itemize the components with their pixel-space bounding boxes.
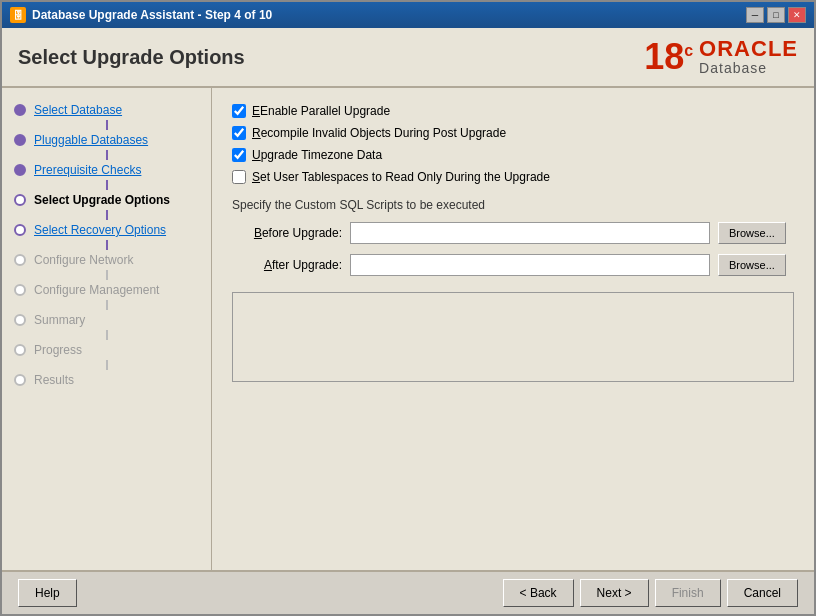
footer-right: < Back Next > Finish Cancel (503, 579, 798, 607)
checkbox-row-tablespaces: Set User Tablespaces to Read Only During… (232, 170, 794, 184)
checkbox-label-recompile: Recompile Invalid Objects During Post Up… (252, 126, 506, 140)
sidebar-icon-recovery (14, 224, 26, 236)
sidebar-label-summary: Summary (34, 313, 85, 327)
sidebar-item-wrap-summary: Summary (2, 310, 211, 340)
sidebar-label-pluggable[interactable]: Pluggable Databases (34, 133, 148, 147)
oracle-version: 18c (644, 39, 693, 75)
sidebar-icon-progress (14, 344, 26, 356)
sidebar-row-results: Results (2, 370, 211, 390)
dot-results (14, 374, 26, 386)
oracle-database-label: Database (699, 60, 767, 76)
sidebar-label-progress: Progress (34, 343, 82, 357)
sidebar-row-select-database[interactable]: Select Database (2, 100, 211, 120)
after-upgrade-row: After Upgrade: Browse... (232, 254, 794, 276)
checkbox-label-parallel: EEnable Parallel Upgrade (252, 104, 390, 118)
oracle-text: ORACLE (699, 38, 798, 60)
sidebar-item-wrap-select-database: Select Database (2, 100, 211, 130)
sidebar-item-wrap-management: Configure Management (2, 280, 211, 310)
dot-management (14, 284, 26, 296)
checkbox-enable-parallel[interactable] (232, 104, 246, 118)
sidebar-label-recovery[interactable]: Select Recovery Options (34, 223, 166, 237)
checkbox-set-tablespaces[interactable] (232, 170, 246, 184)
dot-upgrade-options (14, 194, 26, 206)
help-button[interactable]: Help (18, 579, 77, 607)
sidebar-row-network: Configure Network (2, 250, 211, 270)
sidebar-row-pluggable[interactable]: Pluggable Databases (2, 130, 211, 150)
checkbox-label-tablespaces: Set User Tablespaces to Read Only During… (252, 170, 550, 184)
sidebar: Select Database Pluggable Databases (2, 88, 212, 570)
page-title: Select Upgrade Options (18, 46, 245, 69)
finish-button[interactable]: Finish (655, 579, 721, 607)
sidebar-item-wrap-results: Results (2, 370, 211, 390)
sidebar-row-prereq[interactable]: Prerequisite Checks (2, 160, 211, 180)
sidebar-label-management: Configure Management (34, 283, 159, 297)
after-upgrade-browse-button[interactable]: Browse... (718, 254, 786, 276)
sidebar-item-wrap-prereq: Prerequisite Checks (2, 160, 211, 190)
sidebar-icon-prereq (14, 164, 26, 176)
checkbox-row-parallel: EEnable Parallel Upgrade (232, 104, 794, 118)
cancel-button[interactable]: Cancel (727, 579, 798, 607)
title-bar-controls: ─ □ ✕ (746, 7, 806, 23)
dot-progress (14, 344, 26, 356)
checkbox-row-recompile: Recompile Invalid Objects During Post Up… (232, 126, 794, 140)
title-bar-title: Database Upgrade Assistant - Step 4 of 1… (32, 8, 272, 22)
log-area[interactable] (232, 292, 794, 382)
connector-5 (106, 270, 108, 280)
before-upgrade-row: Before Upgrade: Browse... (232, 222, 794, 244)
sidebar-label-network: Configure Network (34, 253, 133, 267)
minimize-button[interactable]: ─ (746, 7, 764, 23)
connector-6 (106, 300, 108, 310)
footer: Help < Back Next > Finish Cancel (2, 570, 814, 614)
dot-select-database (14, 104, 26, 116)
after-upgrade-label: After Upgrade: (232, 258, 342, 272)
sidebar-row-recovery[interactable]: Select Recovery Options (2, 220, 211, 240)
after-upgrade-input[interactable] (350, 254, 710, 276)
before-upgrade-label: Before Upgrade: (232, 226, 342, 240)
dot-prereq (14, 164, 26, 176)
connector-0 (106, 120, 108, 130)
before-upgrade-input[interactable] (350, 222, 710, 244)
sidebar-row-summary: Summary (2, 310, 211, 330)
title-bar-left: 🗄 Database Upgrade Assistant - Step 4 of… (10, 7, 272, 23)
dot-pluggable (14, 134, 26, 146)
sidebar-item-wrap-recovery: Select Recovery Options (2, 220, 211, 250)
content-area: EEnable Parallel Upgrade Recompile Inval… (212, 88, 814, 570)
sidebar-label-results: Results (34, 373, 74, 387)
dot-summary (14, 314, 26, 326)
header-bar: Select Upgrade Options 18c ORACLE Databa… (2, 28, 814, 88)
custom-sql-section: Specify the Custom SQL Scripts to be exe… (232, 198, 794, 276)
next-button[interactable]: Next > (580, 579, 649, 607)
custom-sql-label: Specify the Custom SQL Scripts to be exe… (232, 198, 794, 212)
sidebar-icon-summary (14, 314, 26, 326)
checkbox-label-timezone: Upgrade Timezone Data (252, 148, 382, 162)
sidebar-label-prereq[interactable]: Prerequisite Checks (34, 163, 141, 177)
maximize-button[interactable]: □ (767, 7, 785, 23)
connector-4 (106, 240, 108, 250)
sidebar-icon-results (14, 374, 26, 386)
sidebar-icon-pluggable (14, 134, 26, 146)
main-window: 🗄 Database Upgrade Assistant - Step 4 of… (0, 0, 816, 616)
sidebar-icon-select-database (14, 104, 26, 116)
dot-recovery (14, 224, 26, 236)
dot-network (14, 254, 26, 266)
sidebar-row-progress: Progress (2, 340, 211, 360)
sidebar-label-upgrade-options: Select Upgrade Options (34, 193, 170, 207)
oracle-logo: 18c ORACLE Database (644, 38, 798, 76)
sidebar-row-management: Configure Management (2, 280, 211, 300)
sidebar-icon-upgrade-options (14, 194, 26, 206)
title-bar: 🗄 Database Upgrade Assistant - Step 4 of… (2, 2, 814, 28)
connector-7 (106, 330, 108, 340)
oracle-brand: ORACLE Database (699, 38, 798, 76)
connector-3 (106, 210, 108, 220)
sidebar-icon-network (14, 254, 26, 266)
back-button[interactable]: < Back (503, 579, 574, 607)
before-upgrade-browse-button[interactable]: Browse... (718, 222, 786, 244)
sidebar-item-wrap-progress: Progress (2, 340, 211, 370)
app-icon: 🗄 (10, 7, 26, 23)
sidebar-label-select-database[interactable]: Select Database (34, 103, 122, 117)
checkbox-upgrade-timezone[interactable] (232, 148, 246, 162)
connector-2 (106, 180, 108, 190)
close-button[interactable]: ✕ (788, 7, 806, 23)
checkbox-recompile-invalid[interactable] (232, 126, 246, 140)
sidebar-item-wrap-pluggable: Pluggable Databases (2, 130, 211, 160)
